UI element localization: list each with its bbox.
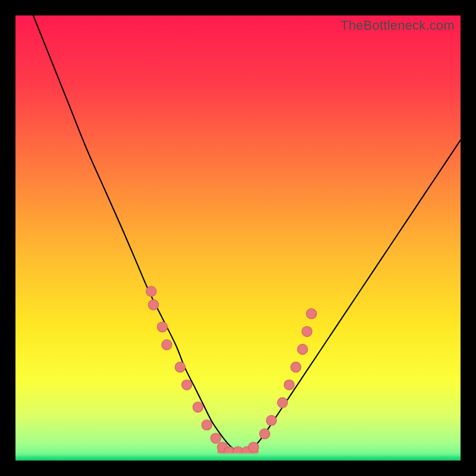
data-marker [298,344,308,354]
data-marker [266,415,276,425]
watermark-text: TheBottleneck.com [340,18,455,33]
data-marker [259,429,270,439]
data-marker [277,397,287,408]
data-marker [302,326,312,336]
data-marker [193,402,203,412]
data-marker [181,380,192,390]
data-marker [157,322,167,332]
plot-area: TheBottleneck.com [15,15,461,461]
data-marker [306,309,317,319]
bottleneck-curve [15,15,461,461]
green-baseline [15,452,461,461]
data-marker [146,286,156,296]
data-marker [249,442,259,452]
chart-frame: TheBottleneck.com [0,0,476,476]
data-marker [162,340,172,350]
data-marker [291,362,301,372]
data-marker [202,420,212,430]
data-marker [148,300,158,310]
data-marker [284,380,294,390]
data-marker [211,433,221,443]
data-marker [175,362,185,372]
